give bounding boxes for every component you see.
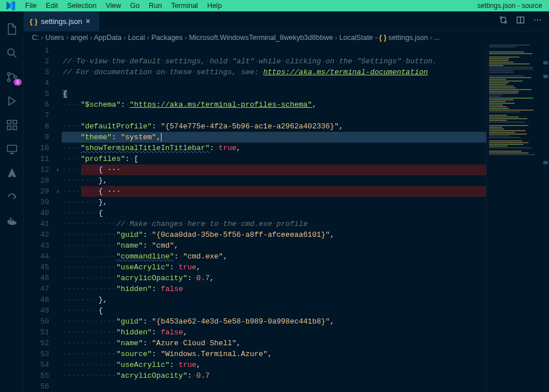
line-number: 6 xyxy=(24,99,49,110)
code-line[interactable]: ············"acrylicOpacity":·0.7, xyxy=(62,273,549,284)
menu-view[interactable]: View xyxy=(101,0,126,11)
menu-help[interactable]: Help xyxy=(203,0,227,11)
line-number: 5 xyxy=(24,88,49,99)
menu-edit[interactable]: Edit xyxy=(41,0,63,11)
line-number: 46 xyxy=(24,273,49,284)
line-number: 56 xyxy=(24,381,49,392)
breadcrumb-segment[interactable]: Local xyxy=(128,34,145,42)
svg-point-17 xyxy=(537,19,538,21)
svg-rect-7 xyxy=(13,126,16,130)
search-icon[interactable] xyxy=(0,41,24,65)
more-actions-icon[interactable] xyxy=(533,15,542,27)
menu-terminal[interactable]: Terminal xyxy=(167,0,203,11)
compare-changes-icon[interactable] xyxy=(499,15,508,27)
code-content[interactable]: //·To·view·the·default·settings,·hold·"a… xyxy=(62,44,549,392)
menu-file[interactable]: File xyxy=(21,0,41,11)
svg-point-0 xyxy=(7,49,14,55)
breadcrumb-segment[interactable]: angel xyxy=(70,34,88,42)
code-line[interactable]: ····"defaultProfile":·"{574e775e-4f2a-5b… xyxy=(62,121,549,132)
chevron-right-icon: › xyxy=(122,34,128,42)
code-line[interactable] xyxy=(62,78,549,88)
breadcrumbs[interactable]: C: › Users › angel › AppData › Local › P… xyxy=(24,31,549,44)
code-line[interactable]: ········{ xyxy=(62,305,549,316)
code-line[interactable]: //·For·documentation·on·these·settings,·… xyxy=(62,67,549,78)
breadcrumb-segment[interactable]: AppData xyxy=(94,34,122,42)
code-line[interactable]: ············"source":·"Windows.Terminal.… xyxy=(62,349,549,359)
chevron-right-icon: › xyxy=(183,34,189,42)
azure-icon[interactable] xyxy=(0,161,24,185)
fold-column: ›› xyxy=(54,44,62,392)
chevron-right-icon: › xyxy=(373,34,378,42)
code-line[interactable]: ············"name":·"Azure·Cloud·Shell", xyxy=(62,338,549,349)
line-number: 45 xyxy=(24,262,49,273)
code-line[interactable]: ········}, xyxy=(62,175,549,186)
svg-point-14 xyxy=(504,21,506,23)
split-editor-icon[interactable] xyxy=(516,15,525,27)
tab-settings-json[interactable]: { } settings.json × xyxy=(24,11,100,31)
share-icon[interactable] xyxy=(0,185,24,209)
breadcrumb-file[interactable]: settings.json xyxy=(388,34,427,42)
code-line[interactable] xyxy=(62,45,549,56)
code-line[interactable]: ····"$schema":·"https://aka.ms/terminal-… xyxy=(62,99,549,110)
fold-chevron-icon[interactable]: › xyxy=(54,186,62,197)
run-debug-icon[interactable] xyxy=(0,89,24,113)
svg-point-13 xyxy=(500,17,502,18)
code-line[interactable]: ············"acrylicOpacity":·0.7 xyxy=(62,370,549,381)
menubar-left: FileEditSelectionViewGoRunTerminalHelp xyxy=(5,0,227,11)
breadcrumb-tail[interactable]: ... xyxy=(434,34,439,42)
code-line[interactable]: ····"theme":·"system", xyxy=(62,132,549,143)
code-line[interactable]: ············"useAcrylic":·true, xyxy=(62,262,549,273)
overview-ruler[interactable] xyxy=(542,44,549,392)
svg-point-2 xyxy=(7,79,10,82)
menu-go[interactable]: Go xyxy=(126,0,144,11)
code-line[interactable]: ············"commandline":·"cmd.exe", xyxy=(62,251,549,262)
menu-run[interactable]: Run xyxy=(144,0,167,11)
minimap[interactable] xyxy=(486,44,549,392)
code-line[interactable] xyxy=(62,110,549,121)
activity-bar: 5 xyxy=(0,11,24,392)
code-line[interactable]: ········{···· xyxy=(62,164,549,175)
breadcrumb-segment[interactable]: Users xyxy=(46,34,64,42)
tab-bar: { } settings.json × xyxy=(24,11,549,31)
editor[interactable]: 1234567891011122829394041424344454647484… xyxy=(24,44,549,392)
code-line[interactable]: ············"guid":·"{0caa0dad-35be-5f56… xyxy=(62,229,549,240)
menu-selection[interactable]: Selection xyxy=(63,0,101,11)
line-number: 53 xyxy=(24,349,49,359)
breadcrumb-segment[interactable]: Packages xyxy=(151,34,183,42)
line-number: 55 xyxy=(24,370,49,381)
editor-actions xyxy=(499,15,549,27)
svg-rect-4 xyxy=(7,120,10,124)
code-line[interactable]: //·To·view·the·default·settings,·hold·"a… xyxy=(62,56,549,67)
breadcrumb-segment[interactable]: Microsoft.WindowsTerminal_8wekyb3d8bbwe xyxy=(189,34,333,42)
code-line[interactable]: { xyxy=(62,88,549,99)
source-control-icon[interactable]: 5 xyxy=(0,65,24,89)
line-number: 51 xyxy=(24,327,49,338)
explorer-icon[interactable] xyxy=(0,17,24,41)
breadcrumb-segment[interactable]: LocalState xyxy=(339,34,373,42)
vscode-logo-icon xyxy=(5,0,16,11)
code-line[interactable]: ····"profiles":·[ xyxy=(62,153,549,164)
code-line[interactable]: ············"hidden":·false, xyxy=(62,327,549,338)
code-line[interactable]: ············"hidden":·false xyxy=(62,284,549,294)
breadcrumb-segment[interactable]: C: xyxy=(32,34,39,42)
code-line[interactable]: ········}, xyxy=(62,294,549,305)
code-line[interactable]: ············"useAcrylic":·true, xyxy=(62,359,549,370)
svg-rect-10 xyxy=(10,220,11,221)
code-line[interactable]: ········{ xyxy=(62,208,549,219)
code-line[interactable]: ········{···· xyxy=(62,186,549,197)
code-line[interactable]: ············"name":·"cmd", xyxy=(62,240,549,251)
extensions-icon[interactable] xyxy=(0,113,24,137)
chevron-right-icon: › xyxy=(39,34,46,42)
code-line[interactable]: ············"guid":·"{b453ae62-4e3d-5e58… xyxy=(62,316,549,327)
code-line[interactable]: ········}, xyxy=(62,197,549,208)
code-line[interactable]: ····"showTerminalTitleInTitlebar":·true, xyxy=(62,143,549,153)
svg-point-3 xyxy=(14,76,17,79)
code-line[interactable] xyxy=(62,381,549,392)
fold-chevron-icon[interactable]: › xyxy=(54,164,62,175)
remote-icon[interactable] xyxy=(0,137,24,161)
docker-icon[interactable] xyxy=(0,209,24,233)
close-icon[interactable]: × xyxy=(86,17,94,26)
code-line[interactable]: ············//·Make·changes·here·to·the·… xyxy=(62,219,549,229)
line-number: 11 xyxy=(24,153,49,164)
line-number: 40 xyxy=(24,208,49,219)
